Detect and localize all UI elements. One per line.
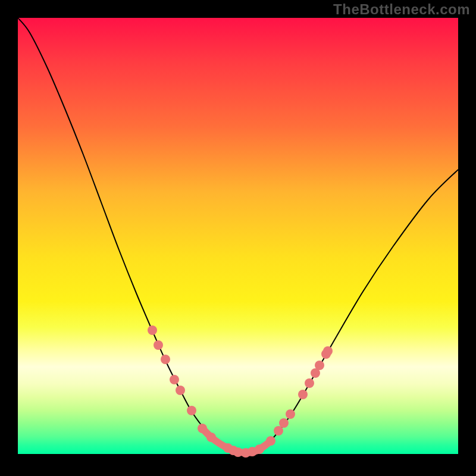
watermark-text: TheBottleneck.com — [333, 1, 470, 18]
chart-frame: TheBottleneck.com — [0, 0, 476, 476]
plot-background — [18, 18, 458, 454]
